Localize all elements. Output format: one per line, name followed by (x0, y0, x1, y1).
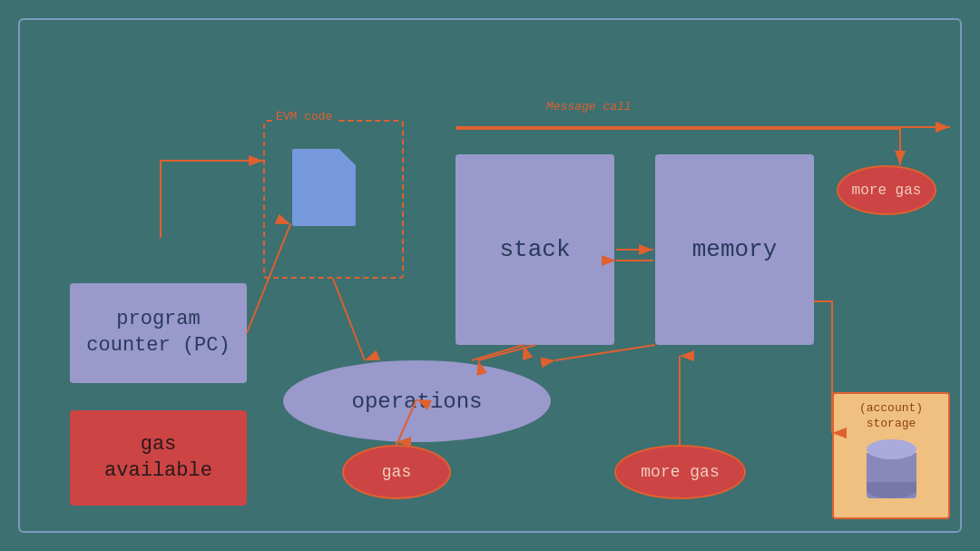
more-gas-br-label: more gas (641, 463, 719, 481)
document-icon (292, 149, 356, 226)
svg-line-8 (478, 345, 535, 360)
svg-line-5 (333, 279, 365, 360)
evm-code-label: EVM code (272, 110, 336, 123)
svg-line-9 (472, 345, 524, 360)
svg-line-10 (555, 345, 655, 360)
gas-ellipse: gas (342, 445, 451, 499)
stack-label: stack (499, 236, 570, 263)
doc-corner (339, 149, 356, 165)
memory-label: memory (692, 236, 778, 263)
program-counter-label: program counter (PC) (70, 307, 247, 359)
account-storage-box: (account)storage (832, 392, 950, 519)
more-gas-tr-label: more gas (852, 182, 922, 199)
gas-label: gas (382, 463, 411, 481)
more-gas-ellipse-top-right: more gas (837, 165, 936, 215)
program-counter-box: program counter (PC) (70, 283, 247, 383)
operations-ellipse: operations (283, 360, 551, 442)
cylinder-icon (867, 439, 916, 498)
stack-box: stack (456, 154, 614, 345)
memory-box: memory (655, 154, 814, 345)
gas-available-label: gasavailable (104, 432, 212, 484)
main-diagram-container: program counter (PC) gasavailable EVM co… (18, 18, 962, 533)
evm-code-box: EVM code (263, 120, 404, 279)
storage-label: (account)storage (859, 401, 923, 432)
cyl-bottom-arc (867, 482, 916, 498)
cyl-top (867, 439, 916, 459)
more-gas-ellipse-bottom-right: more gas (614, 445, 746, 499)
gas-available-box: gasavailable (70, 410, 247, 506)
message-call-label: Message call (546, 100, 632, 113)
operations-label: operations (351, 389, 482, 414)
